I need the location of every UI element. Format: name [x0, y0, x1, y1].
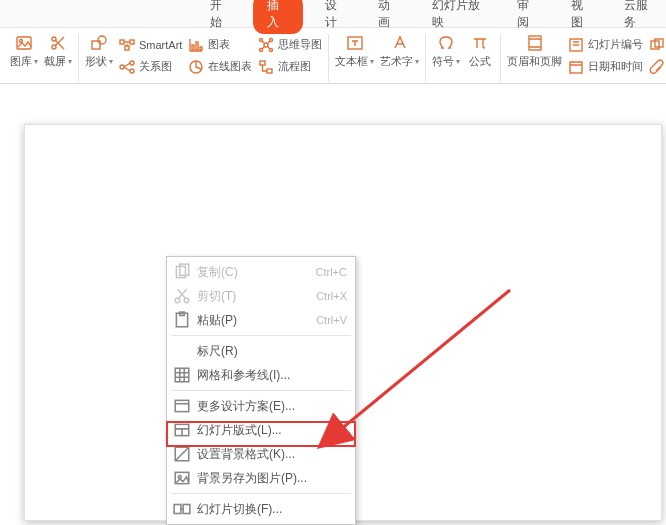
chart-label: 图表	[208, 37, 230, 52]
ctx-cut-label: 剪切(T)	[197, 288, 316, 305]
tab-insert[interactable]: 插入	[253, 0, 302, 34]
svg-rect-41	[174, 505, 181, 514]
ctx-bg-format[interactable]: 设置背景格式(K)...	[167, 442, 355, 466]
screenshot-label: 截屏	[44, 54, 66, 69]
svg-rect-12	[192, 45, 194, 50]
symbol-button[interactable]: 符号▾	[432, 34, 460, 78]
pi-icon	[471, 34, 489, 52]
online-chart-button[interactable]: 在线图表	[188, 57, 252, 77]
flowchart-label: 流程图	[278, 59, 311, 74]
ctx-copy-shortcut: Ctrl+C	[316, 266, 347, 278]
svg-point-16	[264, 43, 268, 47]
separator	[171, 493, 351, 494]
wordart-button[interactable]: 艺术字▾	[380, 34, 419, 78]
separator	[171, 390, 351, 391]
bg-format-icon	[173, 445, 191, 463]
blank-icon	[173, 342, 191, 360]
ctx-layout[interactable]: 幻灯片版式(L)... ▶	[167, 418, 355, 442]
omega-icon	[437, 34, 455, 52]
layout-icon	[173, 421, 191, 439]
ctx-paste[interactable]: 粘贴(P) Ctrl+V	[167, 308, 355, 332]
separator	[171, 335, 351, 336]
svg-point-31	[175, 298, 180, 303]
ribbon-group-text: 文本框▾ 艺术字▾	[329, 34, 426, 82]
equation-button[interactable]: 公式	[466, 34, 494, 78]
svg-rect-14	[200, 47, 202, 50]
image-icon	[15, 34, 33, 52]
textbox-label: 文本框	[335, 54, 368, 69]
chart-button[interactable]: 图表	[188, 35, 252, 55]
transition-icon	[173, 500, 191, 518]
ctx-copy-label: 复制(C)	[197, 264, 316, 281]
slide-number-label: 幻灯片编号	[588, 37, 643, 52]
cut-icon	[173, 287, 191, 305]
date-time-button[interactable]: 日期和时间	[568, 57, 643, 77]
smartart-label: SmartArt	[139, 39, 182, 51]
ribbon-group-header: 页眉和页脚 幻灯片编号 日期和时间 对象 附件	[501, 34, 666, 82]
tab-animation[interactable]: 动画	[368, 0, 409, 34]
number-icon	[568, 37, 584, 53]
paperclip-icon	[649, 59, 665, 75]
ribbon-group-symbols: 符号▾ 公式	[426, 34, 501, 82]
date-time-label: 日期和时间	[588, 59, 643, 74]
svg-rect-24	[529, 36, 541, 50]
svg-rect-22	[267, 69, 272, 73]
shapes-label: 形状	[85, 54, 107, 69]
svg-point-10	[130, 61, 134, 65]
ctx-copy: 复制(C) Ctrl+C	[167, 260, 355, 284]
header-footer-button[interactable]: 页眉和页脚	[507, 34, 562, 78]
object-icon	[649, 37, 665, 53]
mindmap-label: 思维导图	[278, 37, 322, 52]
equation-label: 公式	[469, 54, 491, 69]
design-icon	[173, 397, 191, 415]
ctx-grid[interactable]: 网格和参考线(I)...	[167, 363, 355, 387]
svg-point-5	[98, 36, 106, 44]
tab-start[interactable]: 开始	[200, 0, 241, 34]
ctx-transition[interactable]: 幻灯片切换(F)...	[167, 497, 355, 521]
tab-view[interactable]: 视图	[561, 0, 602, 34]
wordart-icon	[391, 34, 409, 52]
attachment-button[interactable]: 附件	[649, 57, 666, 77]
tab-design[interactable]: 设计	[315, 0, 356, 34]
svg-point-11	[130, 69, 134, 73]
shapes-button[interactable]: 形状▾	[85, 34, 113, 78]
image-library-button[interactable]: 图库▾	[10, 34, 38, 78]
mindmap-button[interactable]: 思维导图	[258, 35, 322, 55]
svg-rect-35	[175, 368, 189, 382]
ctx-bg-save[interactable]: 背景另存为图片(P)...	[167, 466, 355, 490]
header-footer-label: 页眉和页脚	[507, 54, 562, 69]
mindmap-icon	[258, 37, 274, 53]
menu-tabstrip: 开始 插入 设计 动画 幻灯片放映 审阅 视图 云服务	[0, 0, 666, 28]
svg-rect-13	[196, 42, 198, 50]
header-footer-icon	[526, 34, 544, 52]
tab-cloud[interactable]: 云服务	[614, 0, 666, 34]
svg-point-2	[52, 37, 56, 41]
textbox-button[interactable]: 文本框▾	[335, 34, 374, 78]
ctx-cut: 剪切(T) Ctrl+X	[167, 284, 355, 308]
ctx-ruler[interactable]: 标尺(R)	[167, 339, 355, 363]
svg-point-9	[120, 65, 124, 69]
flowchart-icon	[258, 59, 274, 75]
tab-slideshow[interactable]: 幻灯片放映	[422, 0, 496, 34]
svg-point-40	[178, 475, 181, 478]
relation-button[interactable]: 关系图	[119, 57, 182, 77]
smartart-button[interactable]: SmartArt	[119, 35, 182, 55]
online-chart-icon	[188, 59, 204, 75]
context-menu: 复制(C) Ctrl+C 剪切(T) Ctrl+X 粘贴(P) Ctrl+V 标…	[166, 256, 356, 525]
slide-number-button[interactable]: 幻灯片编号	[568, 35, 643, 55]
ctx-layout-label: 幻灯片版式(L)...	[197, 422, 336, 439]
svg-rect-6	[120, 40, 124, 44]
ribbon-group-media: 图库▾ 截屏▾	[4, 34, 79, 82]
ctx-paste-label: 粘贴(P)	[197, 312, 316, 329]
tab-review[interactable]: 审阅	[507, 0, 548, 34]
scissors-icon	[49, 34, 67, 52]
paste-icon	[173, 311, 191, 329]
flowchart-button[interactable]: 流程图	[258, 57, 322, 77]
svg-point-1	[20, 39, 23, 42]
ctx-more-design[interactable]: 更多设计方案(E)...	[167, 394, 355, 418]
textbox-icon	[346, 34, 364, 52]
ctx-grid-label: 网格和参考线(I)...	[197, 367, 347, 384]
dropdown-icon: ▾	[34, 57, 38, 66]
screenshot-button[interactable]: 截屏▾	[44, 34, 72, 78]
object-button[interactable]: 对象	[649, 35, 666, 55]
